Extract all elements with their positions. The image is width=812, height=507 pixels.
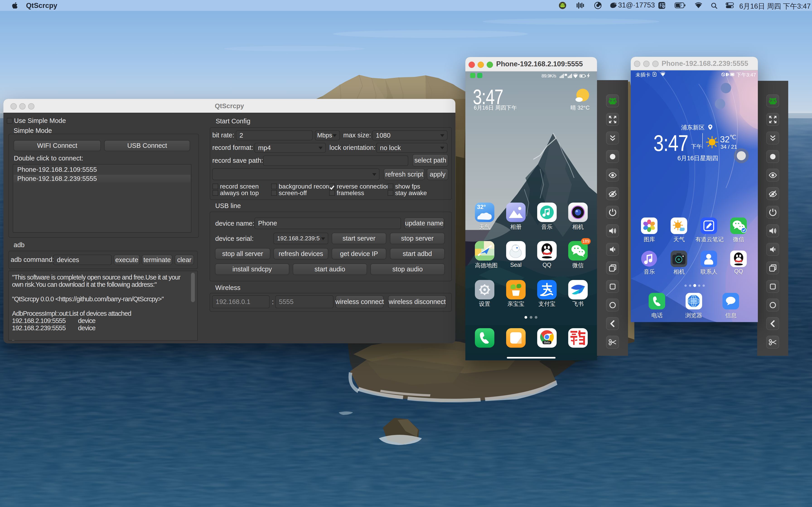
svg-text:Beta: Beta: [544, 341, 550, 344]
svg-text:5: 5: [581, 75, 582, 77]
svg-text:31@·17753: 31@·17753: [618, 2, 655, 9]
